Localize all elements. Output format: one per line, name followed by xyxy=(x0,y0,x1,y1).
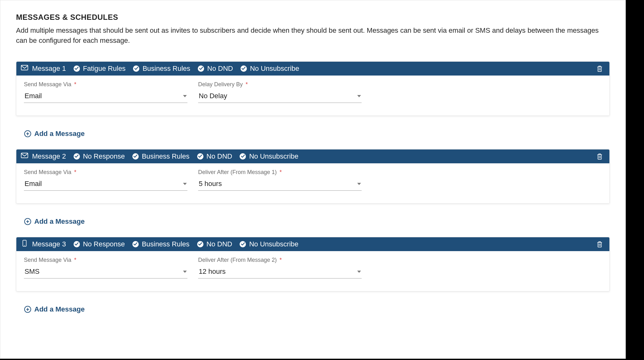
chevron-down-icon xyxy=(357,271,361,273)
check-icon xyxy=(197,153,203,160)
message-card: Message 3 No Response Business Rules No … xyxy=(16,237,610,291)
header-tag-label: Business Rules xyxy=(142,152,190,160)
send-message-via-value: Email xyxy=(25,180,42,188)
delay-delivery-label: Deliver After (From Message 1) * xyxy=(198,169,362,176)
message-title: Message 2 xyxy=(32,152,66,160)
svg-rect-3 xyxy=(21,153,28,158)
check-icon xyxy=(74,241,80,247)
chevron-down-icon xyxy=(357,95,361,97)
plus-circle-icon: + xyxy=(24,306,31,313)
header-tag-label: No DND xyxy=(207,65,233,73)
required-asterisk: * xyxy=(73,257,76,263)
header-tag: Business Rules xyxy=(132,152,190,160)
header-tag-label: Fatigue Rules xyxy=(83,65,126,73)
check-icon xyxy=(133,65,139,72)
delay-delivery-field: Deliver After (From Message 2) *12 hours xyxy=(198,257,362,278)
header-tag-label: No DND xyxy=(207,152,232,160)
send-message-via-value: SMS xyxy=(25,267,40,276)
mail-icon xyxy=(21,64,28,73)
delay-delivery-select[interactable]: 5 hours xyxy=(198,177,362,191)
check-icon xyxy=(74,153,80,160)
send-message-via-label: Send Message Via * xyxy=(24,169,187,176)
send-message-via-label: Send Message Via * xyxy=(24,81,187,88)
chevron-down-icon xyxy=(183,271,187,273)
check-icon xyxy=(198,65,204,72)
check-icon xyxy=(132,153,139,160)
header-tag: Business Rules xyxy=(133,65,190,73)
add-message-button[interactable]: +Add a Message xyxy=(16,123,610,149)
required-asterisk: * xyxy=(73,169,76,175)
header-tag-label: No Unsubscribe xyxy=(249,152,298,160)
required-asterisk: * xyxy=(244,81,248,87)
plus-circle-icon: + xyxy=(24,130,31,137)
delete-button[interactable] xyxy=(596,153,603,160)
delete-button[interactable] xyxy=(596,241,603,248)
add-message-button[interactable]: +Add a Message xyxy=(16,211,610,237)
add-message-label: Add a Message xyxy=(34,305,85,313)
send-message-via-field: Send Message Via *SMS xyxy=(24,257,187,278)
check-icon xyxy=(197,241,203,247)
send-message-via-field: Send Message Via *Email xyxy=(24,169,187,191)
phone-icon xyxy=(21,240,28,249)
header-tag: No Unsubscribe xyxy=(241,65,299,73)
chevron-down-icon xyxy=(357,183,361,185)
header-tag: No DND xyxy=(197,240,232,248)
delay-delivery-select[interactable]: No Delay xyxy=(198,90,362,103)
header-tag-label: Business Rules xyxy=(142,65,190,73)
header-tag-label: No Response xyxy=(83,152,125,160)
delay-delivery-value: No Delay xyxy=(199,92,227,100)
required-asterisk: * xyxy=(73,81,76,87)
header-tag-label: No DND xyxy=(207,240,232,248)
message-body: Send Message Via *SMSDeliver After (From… xyxy=(24,251,602,278)
header-tag: Business Rules xyxy=(132,240,190,248)
header-tag: No Response xyxy=(74,240,125,248)
message-header[interactable]: Message 3 No Response Business Rules No … xyxy=(16,237,609,251)
header-tag-label: Business Rules xyxy=(142,240,190,248)
required-asterisk: * xyxy=(278,257,282,263)
header-tag: Fatigue Rules xyxy=(74,65,126,73)
delay-delivery-value: 12 hours xyxy=(199,267,226,276)
chevron-down-icon xyxy=(183,95,187,97)
svg-rect-0 xyxy=(21,65,28,70)
section-description: Add multiple messages that should be sen… xyxy=(16,25,601,46)
header-tag: No Unsubscribe xyxy=(240,152,298,160)
check-icon xyxy=(241,65,247,72)
delete-button[interactable] xyxy=(596,65,603,72)
add-message-button[interactable]: +Add a Message xyxy=(16,299,610,325)
check-icon xyxy=(74,65,80,72)
header-tag: No Unsubscribe xyxy=(240,240,298,248)
delay-delivery-value: 5 hours xyxy=(199,180,222,188)
header-tag-label: No Unsubscribe xyxy=(250,65,299,73)
check-icon xyxy=(132,241,139,247)
check-icon xyxy=(240,153,246,160)
send-message-via-select[interactable]: Email xyxy=(24,177,187,191)
message-title: Message 1 xyxy=(32,65,66,73)
delay-delivery-label: Delay Delivery By * xyxy=(198,81,362,88)
message-body: Send Message Via *EmailDeliver After (Fr… xyxy=(24,163,602,191)
required-asterisk: * xyxy=(278,169,282,175)
delay-delivery-field: Deliver After (From Message 1) *5 hours xyxy=(198,169,362,191)
header-tag: No Response xyxy=(74,152,125,160)
section-title: MESSAGES & SCHEDULES xyxy=(16,13,610,22)
delay-delivery-label: Deliver After (From Message 2) * xyxy=(198,257,362,263)
send-message-via-select[interactable]: Email xyxy=(24,90,187,103)
message-title: Message 3 xyxy=(32,240,66,248)
message-header[interactable]: Message 2 No Response Business Rules No … xyxy=(16,149,609,163)
check-icon xyxy=(240,241,246,247)
mail-icon xyxy=(21,152,28,161)
delay-delivery-field: Delay Delivery By *No Delay xyxy=(198,81,362,103)
send-message-via-field: Send Message Via *Email xyxy=(24,81,187,103)
header-tag: No DND xyxy=(197,152,232,160)
send-message-via-label: Send Message Via * xyxy=(24,257,187,263)
add-message-label: Add a Message xyxy=(34,130,85,138)
send-message-via-select[interactable]: SMS xyxy=(24,265,187,278)
header-tag-label: No Unsubscribe xyxy=(249,240,298,248)
messages-schedules-panel: MESSAGES & SCHEDULES Add multiple messag… xyxy=(0,0,626,359)
add-message-label: Add a Message xyxy=(34,217,85,226)
message-card: Message 1 Fatigue Rules Business Rules N… xyxy=(16,61,610,116)
header-tag-label: No Response xyxy=(83,240,125,248)
delay-delivery-select[interactable]: 12 hours xyxy=(198,265,362,278)
plus-circle-icon: + xyxy=(24,218,31,225)
send-message-via-value: Email xyxy=(25,92,42,100)
message-header[interactable]: Message 1 Fatigue Rules Business Rules N… xyxy=(16,62,609,76)
